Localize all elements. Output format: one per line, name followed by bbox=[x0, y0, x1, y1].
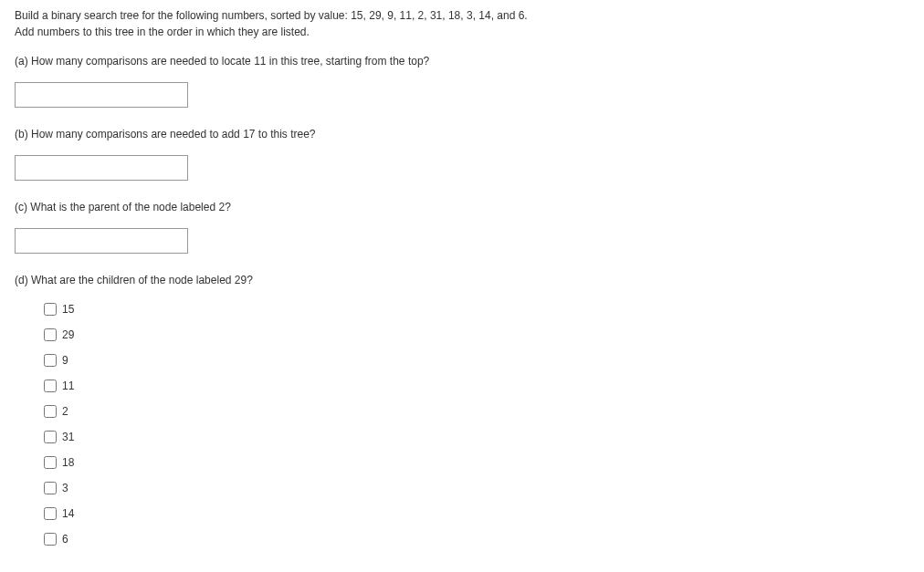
checkbox-item-31: 31 bbox=[44, 429, 909, 445]
checkbox-item-3: 3 bbox=[44, 480, 909, 496]
checkbox-18[interactable] bbox=[44, 456, 57, 469]
checkbox-11[interactable] bbox=[44, 380, 57, 392]
question-c-text: (c) What is the parent of the node label… bbox=[15, 199, 909, 215]
checkbox-3[interactable] bbox=[44, 482, 57, 494]
question-b-block: (b) How many comparisons are needed to a… bbox=[15, 126, 909, 181]
problem-intro: Build a binary search tree for the follo… bbox=[15, 7, 909, 40]
checkbox-14[interactable] bbox=[44, 507, 57, 520]
checkbox-29[interactable] bbox=[44, 328, 57, 341]
checkbox-item-11: 11 bbox=[44, 378, 909, 394]
checkbox-item-15: 15 bbox=[44, 301, 909, 317]
checkbox-item-9: 9 bbox=[44, 352, 909, 369]
intro-line-1: Build a binary search tree for the follo… bbox=[15, 7, 909, 24]
question-d-block: (d) What are the children of the node la… bbox=[15, 272, 909, 547]
answer-a-input[interactable] bbox=[15, 82, 188, 108]
checkbox-list: 15 29 9 11 2 31 18 3 bbox=[44, 301, 909, 547]
checkbox-15[interactable] bbox=[44, 303, 57, 316]
answer-b-input[interactable] bbox=[15, 155, 188, 181]
checkbox-item-18: 18 bbox=[44, 454, 909, 471]
checkbox-2[interactable] bbox=[44, 405, 57, 418]
checkbox-label-29: 29 bbox=[62, 327, 74, 343]
question-b-text: (b) How many comparisons are needed to a… bbox=[15, 126, 909, 142]
checkbox-label-11: 11 bbox=[62, 378, 74, 394]
checkbox-label-15: 15 bbox=[62, 301, 74, 317]
answer-c-input[interactable] bbox=[15, 228, 188, 254]
checkbox-item-29: 29 bbox=[44, 327, 909, 343]
checkbox-label-31: 31 bbox=[62, 429, 74, 445]
question-a-text: (a) How many comparisons are needed to l… bbox=[15, 53, 909, 69]
question-a-block: (a) How many comparisons are needed to l… bbox=[15, 53, 909, 108]
checkbox-label-3: 3 bbox=[62, 480, 68, 496]
checkbox-label-6: 6 bbox=[62, 531, 68, 547]
checkbox-item-6: 6 bbox=[44, 531, 909, 547]
checkbox-31[interactable] bbox=[44, 431, 57, 443]
checkbox-item-2: 2 bbox=[44, 403, 909, 420]
checkbox-label-2: 2 bbox=[62, 403, 68, 420]
question-d-text: (d) What are the children of the node la… bbox=[15, 272, 909, 288]
checkbox-label-9: 9 bbox=[62, 352, 68, 369]
checkbox-9[interactable] bbox=[44, 354, 57, 367]
intro-line-2: Add numbers to this tree in the order in… bbox=[15, 24, 909, 40]
checkbox-6[interactable] bbox=[44, 533, 57, 546]
checkbox-label-18: 18 bbox=[62, 454, 74, 471]
checkbox-label-14: 14 bbox=[62, 505, 74, 522]
question-c-block: (c) What is the parent of the node label… bbox=[15, 199, 909, 254]
checkbox-item-14: 14 bbox=[44, 505, 909, 522]
